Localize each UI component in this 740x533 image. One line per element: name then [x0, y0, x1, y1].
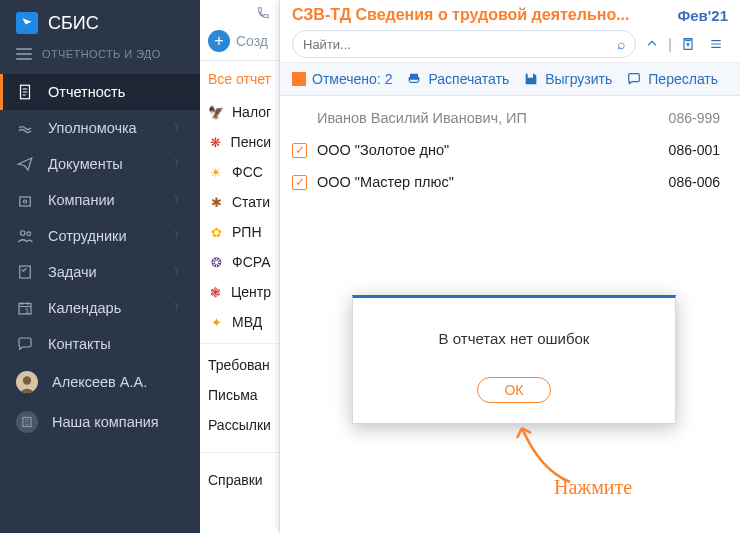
more-icon[interactable]	[704, 32, 728, 56]
category-3[interactable]: ✱Стати	[200, 187, 279, 217]
plain-cat-1[interactable]: Письма	[200, 380, 279, 410]
chat-icon	[626, 71, 642, 87]
clipboard-up-icon[interactable]	[676, 32, 700, 56]
table-row[interactable]: ✓ООО "Золотое дно"086-001	[284, 134, 736, 166]
category-6[interactable]: ❃Центр	[200, 277, 279, 307]
sidebar-our-company[interactable]: Наша компания	[0, 402, 200, 442]
category-1[interactable]: ❋Пенси	[200, 127, 279, 157]
print-icon	[406, 71, 422, 87]
menu-icon[interactable]	[16, 48, 32, 60]
co-icon	[16, 191, 34, 209]
building-icon	[16, 411, 38, 433]
table-row[interactable]: ✓ООО "Мастер плюс"086-006	[284, 166, 736, 198]
create-plus-icon[interactable]: +	[208, 30, 230, 52]
tb-marked[interactable]: Отмечено: 2	[292, 71, 392, 87]
category-icon: ❃	[208, 284, 223, 300]
panel-title: СЗВ-ТД Сведения о трудовой деятельно...	[292, 6, 669, 24]
svg-rect-8	[23, 417, 31, 426]
category-0[interactable]: 🦅Налог	[200, 97, 279, 127]
category-2[interactable]: ☀ФСС	[200, 157, 279, 187]
check-icon	[292, 72, 306, 86]
filter-all-reports[interactable]: Все отчет	[200, 61, 279, 97]
sidebar-item-5[interactable]: Задачи〉	[0, 254, 200, 290]
sidebar-item-3[interactable]: Компании〉	[0, 182, 200, 218]
row-code: 086-001	[669, 142, 720, 158]
nav-label: Документы	[48, 156, 123, 172]
panel-header: СЗВ-ТД Сведения о трудовой деятельно... …	[280, 0, 740, 63]
category-5[interactable]: ❂ФСРА	[200, 247, 279, 277]
plain-cat-2[interactable]: Рассылки	[200, 410, 279, 440]
table-row[interactable]: Иванов Василий Иванович, ИП086-999	[284, 102, 736, 134]
search-box[interactable]: ⌕	[292, 30, 636, 58]
nav-label: Задачи	[48, 264, 97, 280]
sidebar-user[interactable]: Алексеев А.А.	[0, 362, 200, 402]
plain-cat-0[interactable]: Требован	[200, 350, 279, 380]
rows-container: Иванов Василий Иванович, ИП086-999✓ООО "…	[280, 96, 740, 204]
nav-label: Сотрудники	[48, 228, 127, 244]
panel-date[interactable]: Фев'21	[677, 7, 728, 24]
category-4[interactable]: ✿РПН	[200, 217, 279, 247]
sidebar-item-7[interactable]: Контакты	[0, 326, 200, 362]
category-7[interactable]: ✦МВД	[200, 307, 279, 337]
nav-label: Отчетность	[48, 84, 125, 100]
sidebar-subtitle-row[interactable]: ОТЧЕТНОСТЬ И ЭДО	[0, 46, 200, 74]
modal-ok-button[interactable]: ОК	[477, 377, 550, 403]
plain-cat2-0[interactable]: Справки	[200, 465, 279, 495]
category-label: Налог	[232, 104, 271, 120]
people-icon	[16, 227, 34, 245]
chevron-right-icon: 〉	[174, 301, 184, 315]
save-icon	[523, 71, 539, 87]
sidebar-item-0[interactable]: Отчетность	[0, 74, 200, 110]
sidebar-subtitle: ОТЧЕТНОСТЬ И ЭДО	[42, 48, 161, 60]
nav-label: Компании	[48, 192, 115, 208]
svg-point-7	[23, 376, 31, 384]
category-icon: ❋	[208, 134, 223, 150]
sidebar: СБИС ОТЧЕТНОСТЬ И ЭДО ОтчетностьУполномо…	[0, 0, 200, 533]
chevron-right-icon: 〉	[174, 265, 184, 279]
svg-point-2	[24, 200, 27, 203]
category-label: РПН	[232, 224, 262, 240]
chevron-right-icon: 〉	[174, 121, 184, 135]
row-name: ООО "Мастер плюс"	[317, 174, 659, 190]
checkbox[interactable]: ✓	[292, 143, 307, 158]
row-code: 086-006	[669, 174, 720, 190]
tb-export[interactable]: Выгрузить	[523, 71, 612, 87]
task-icon	[16, 263, 34, 281]
modal-dialog: В отчетах нет ошибок ОК	[352, 295, 676, 424]
toolbar: Отмечено: 2 Распечатать Выгрузить Пересл…	[280, 63, 740, 96]
search-icon[interactable]: ⌕	[617, 36, 625, 52]
avatar-icon	[16, 371, 38, 393]
chat-icon	[16, 335, 34, 353]
sidebar-item-1[interactable]: Уполномочка〉	[0, 110, 200, 146]
create-label: Созд	[236, 33, 268, 49]
brand-logo-icon	[16, 12, 38, 34]
sidebar-header: СБИС	[0, 0, 200, 46]
search-input[interactable]	[303, 37, 617, 52]
svg-rect-1	[20, 197, 31, 206]
checkbox[interactable]: ✓	[292, 175, 307, 190]
phone-row[interactable]	[200, 0, 279, 26]
chevron-right-icon: 〉	[174, 229, 184, 243]
sidebar-item-2[interactable]: Документы〉	[0, 146, 200, 182]
chevron-right-icon: 〉	[174, 193, 184, 207]
category-label: Пенси	[231, 134, 271, 150]
category-label: ФСС	[232, 164, 263, 180]
category-icon: 🦅	[208, 104, 224, 120]
phone-icon	[255, 5, 271, 21]
modal-message: В отчетах нет ошибок	[353, 298, 675, 367]
tb-forward[interactable]: Переслать	[626, 71, 718, 87]
tb-print[interactable]: Распечатать	[406, 71, 509, 87]
category-icon: ☀	[208, 164, 224, 180]
category-label: Центр	[231, 284, 271, 300]
chevron-right-icon: 〉	[174, 157, 184, 171]
sidebar-item-4[interactable]: Сотрудники〉	[0, 218, 200, 254]
create-row[interactable]: + Созд	[200, 26, 279, 61]
row-name: Иванов Василий Иванович, ИП	[317, 110, 659, 126]
sidebar-item-6[interactable]: 1Календарь〉	[0, 290, 200, 326]
nav-label: Уполномочка	[48, 120, 137, 136]
category-icon: ✱	[208, 194, 224, 210]
middle-column: + Созд Все отчет 🦅Налог❋Пенси☀ФСС✱Стати✿…	[200, 0, 280, 533]
collapse-icon[interactable]	[640, 32, 664, 56]
category-icon: ✿	[208, 224, 224, 240]
our-company-label: Наша компания	[52, 414, 159, 430]
